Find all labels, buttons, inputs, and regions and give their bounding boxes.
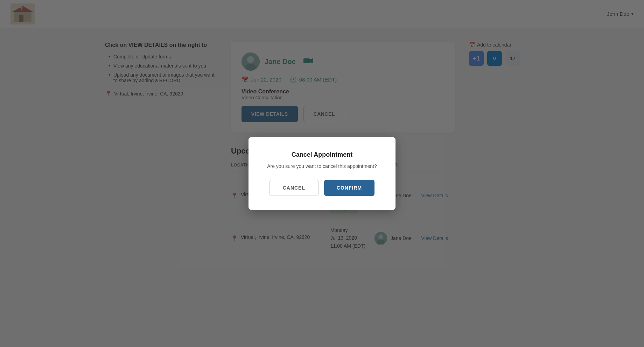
dialog-buttons: CANCEL CONFIRM bbox=[266, 180, 378, 196]
dialog-confirm-button[interactable]: CONFIRM bbox=[324, 180, 374, 196]
cancel-dialog: Cancel Appointment Are you sure you want… bbox=[248, 137, 396, 210]
dialog-overlay: Cancel Appointment Are you sure you want… bbox=[0, 0, 644, 347]
dialog-cancel-button[interactable]: CANCEL bbox=[270, 180, 318, 196]
dialog-title: Cancel Appointment bbox=[266, 151, 378, 158]
dialog-message: Are you sure you want to cancel this app… bbox=[266, 163, 378, 170]
